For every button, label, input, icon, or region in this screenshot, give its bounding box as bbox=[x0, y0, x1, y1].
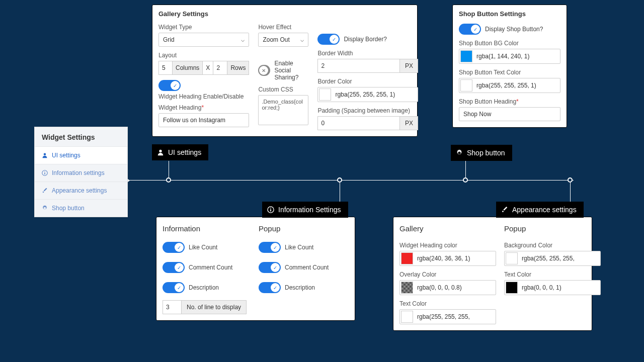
unit-label: PX bbox=[400, 59, 418, 73]
shop-heading-label: Shop Button Heading* bbox=[459, 98, 560, 105]
display-border-toggle[interactable]: ✓ bbox=[317, 34, 340, 45]
shop-bg-color-input[interactable] bbox=[459, 49, 560, 64]
gallery-column-title: Gallery bbox=[399, 224, 496, 233]
layout-input-group: Columns X Rows bbox=[158, 61, 249, 75]
color-swatch bbox=[506, 252, 518, 264]
border-color-input[interactable] bbox=[317, 87, 418, 102]
border-color-label: Border Color bbox=[317, 78, 418, 85]
widget-type-select[interactable]: Grid ⌵ bbox=[158, 33, 249, 47]
connector-vertical bbox=[570, 180, 571, 202]
text-color-input[interactable] bbox=[504, 280, 601, 295]
svg-point-3 bbox=[44, 171, 45, 172]
panel-title: Shop Button Settings bbox=[453, 5, 567, 22]
appearance-settings-panel: Gallery Widget Heading color Overlay Col… bbox=[393, 217, 592, 331]
connector-vertical bbox=[340, 180, 340, 202]
shop-text-color-input[interactable] bbox=[459, 78, 560, 93]
custom-css-textarea[interactable]: .Demo_class{color:red;} bbox=[258, 95, 308, 125]
user-icon bbox=[157, 149, 164, 156]
display-border-label: Display Border? bbox=[344, 36, 386, 43]
paintbrush-icon bbox=[501, 206, 508, 213]
popup-comment-toggle[interactable]: ✓ bbox=[259, 262, 281, 273]
shop-bg-color-label: Shop Button BG Color bbox=[459, 40, 560, 47]
color-swatch bbox=[401, 311, 413, 323]
text-color-label: Text Color bbox=[504, 271, 601, 278]
widget-heading-input[interactable] bbox=[158, 113, 249, 127]
paintbrush-icon bbox=[42, 188, 48, 194]
lines-label: No. of line to display bbox=[182, 300, 247, 314]
sidebar-item-information-settings[interactable]: Information settings bbox=[35, 164, 127, 182]
shop-button-panel: Shop Button Settings ✓ Display Shop Butt… bbox=[452, 5, 567, 128]
hover-effect-select[interactable]: Zoom Out ⌵ bbox=[258, 33, 308, 47]
border-width-input[interactable] bbox=[317, 59, 400, 73]
svg-point-0 bbox=[44, 153, 46, 156]
layout-separator: X bbox=[203, 61, 213, 75]
sidebar-item-appearance-settings[interactable]: Appearance settings bbox=[35, 182, 127, 199]
overlay-color-label: Overlay Color bbox=[399, 271, 496, 278]
border-width-label: Border Width bbox=[317, 50, 418, 57]
shop-button-tag: Shop button bbox=[451, 145, 512, 161]
widget-settings-sidebar: Widget Settings UI settings Information … bbox=[34, 127, 128, 217]
social-sharing-label: Enable Social Sharing? bbox=[274, 60, 308, 81]
popup-desc-toggle[interactable]: ✓ bbox=[259, 282, 281, 293]
padding-input[interactable] bbox=[317, 116, 400, 130]
color-swatch bbox=[319, 88, 331, 101]
svg-point-7 bbox=[270, 208, 271, 209]
info-desc-toggle[interactable]: ✓ bbox=[163, 282, 185, 293]
display-shop-button-label: Display Shop Button? bbox=[485, 26, 543, 33]
social-sharing-toggle[interactable]: ✕ bbox=[258, 65, 270, 76]
panel-title: Gallery Settings bbox=[152, 5, 417, 22]
chevron-down-icon: ⌵ bbox=[241, 36, 245, 43]
ui-settings-tag: UI settings bbox=[152, 144, 208, 160]
columns-label: Columns bbox=[173, 61, 203, 75]
info-like-toggle[interactable]: ✓ bbox=[163, 242, 185, 253]
layout-label: Layout bbox=[158, 52, 249, 59]
hover-effect-label: Hover Effect bbox=[258, 24, 308, 31]
gear-icon bbox=[42, 205, 48, 211]
information-settings-tag: Information Settings bbox=[262, 202, 348, 218]
popup-column-title: Popup bbox=[504, 224, 601, 233]
widget-heading-toggle[interactable]: ✓ bbox=[158, 80, 181, 91]
gear-icon bbox=[456, 149, 463, 156]
sidebar-item-label: Appearance settings bbox=[52, 187, 107, 194]
bg-color-input[interactable] bbox=[504, 251, 601, 266]
sidebar-item-ui-settings[interactable]: UI settings bbox=[35, 146, 127, 164]
information-column-title: Information bbox=[163, 224, 253, 233]
widget-heading-toggle-label: Widget Heading Enable/Disable bbox=[158, 93, 249, 100]
svg-rect-6 bbox=[270, 209, 271, 211]
popup-column-title: Popup bbox=[259, 224, 349, 233]
text-color-input[interactable] bbox=[399, 309, 496, 324]
chevron-down-icon: ⌵ bbox=[300, 36, 304, 43]
heading-color-input[interactable] bbox=[399, 251, 496, 266]
color-swatch bbox=[401, 252, 413, 264]
sidebar-item-label: Shop button bbox=[52, 205, 85, 212]
color-swatch bbox=[401, 282, 413, 294]
shop-text-color-label: Shop Button Text Color bbox=[459, 69, 560, 76]
custom-css-label: Custom CSS bbox=[258, 86, 308, 93]
connector-node bbox=[463, 177, 468, 183]
padding-label: Padding (Spacing between image) bbox=[317, 107, 418, 114]
svg-rect-2 bbox=[44, 172, 45, 174]
overlay-color-input[interactable] bbox=[399, 280, 496, 295]
rows-label: Rows bbox=[227, 61, 249, 75]
shop-heading-input[interactable] bbox=[459, 107, 560, 121]
columns-input[interactable] bbox=[158, 61, 173, 75]
connector-node bbox=[166, 177, 171, 183]
sidebar-item-shop-button[interactable]: Shop button bbox=[35, 199, 127, 217]
rows-input[interactable] bbox=[213, 61, 227, 75]
sidebar-item-label: Information settings bbox=[52, 169, 105, 176]
popup-like-toggle[interactable]: ✓ bbox=[259, 242, 281, 253]
lines-input[interactable] bbox=[163, 300, 182, 314]
widget-heading-label: Widget Heading* bbox=[158, 104, 249, 111]
connector-node bbox=[337, 177, 342, 183]
display-shop-button-toggle[interactable]: ✓ bbox=[459, 24, 481, 35]
widget-type-label: Widget Type bbox=[158, 24, 249, 31]
heading-color-label: Widget Heading color bbox=[399, 242, 496, 249]
information-settings-panel: Information ✓Like Count ✓Comment Count ✓… bbox=[156, 217, 355, 321]
sidebar-title: Widget Settings bbox=[35, 127, 127, 146]
text-color-label: Text Color bbox=[399, 300, 496, 307]
unit-label: PX bbox=[400, 116, 418, 130]
info-icon bbox=[42, 170, 48, 176]
connector-horizontal bbox=[128, 180, 574, 180]
info-comment-toggle[interactable]: ✓ bbox=[163, 262, 185, 273]
svg-point-4 bbox=[159, 150, 162, 152]
